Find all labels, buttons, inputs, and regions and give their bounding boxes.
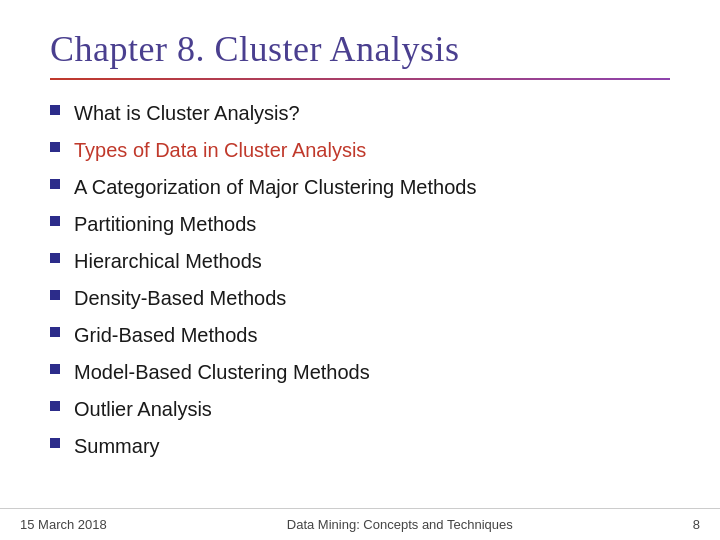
bullet-item: Summary <box>50 433 670 460</box>
bullet-item: Model-Based Clustering Methods <box>50 359 670 386</box>
bullet-item: Partitioning Methods <box>50 211 670 238</box>
footer-title: Data Mining: Concepts and Techniques <box>287 517 513 532</box>
bullet-text: Types of Data in Cluster Analysis <box>74 137 366 164</box>
bullet-text: Summary <box>74 433 160 460</box>
title-divider <box>50 78 670 80</box>
bullet-item: Density-Based Methods <box>50 285 670 312</box>
slide-footer: 15 March 2018 Data Mining: Concepts and … <box>0 508 720 540</box>
bullet-item: Outlier Analysis <box>50 396 670 423</box>
bullet-icon <box>50 216 60 226</box>
bullet-text: Model-Based Clustering Methods <box>74 359 370 386</box>
bullet-item: Types of Data in Cluster Analysis <box>50 137 670 164</box>
bullet-item: Grid-Based Methods <box>50 322 670 349</box>
footer-page: 8 <box>693 517 700 532</box>
bullet-icon <box>50 105 60 115</box>
bullet-text: A Categorization of Major Clustering Met… <box>74 174 476 201</box>
bullet-icon <box>50 438 60 448</box>
bullet-text: Grid-Based Methods <box>74 322 257 349</box>
bullet-icon <box>50 290 60 300</box>
bullet-text: Hierarchical Methods <box>74 248 262 275</box>
footer-date: 15 March 2018 <box>20 517 107 532</box>
slide-title: Chapter 8. Cluster Analysis <box>50 28 670 70</box>
bullet-text: What is Cluster Analysis? <box>74 100 300 127</box>
bullet-icon <box>50 142 60 152</box>
bullet-text: Partitioning Methods <box>74 211 256 238</box>
bullet-text: Outlier Analysis <box>74 396 212 423</box>
content-area: What is Cluster Analysis?Types of Data i… <box>0 96 720 508</box>
slide: Chapter 8. Cluster Analysis What is Clus… <box>0 0 720 540</box>
bullet-icon <box>50 364 60 374</box>
bullet-icon <box>50 327 60 337</box>
bullet-text: Density-Based Methods <box>74 285 286 312</box>
bullet-icon <box>50 253 60 263</box>
title-area: Chapter 8. Cluster Analysis <box>0 0 720 78</box>
bullet-item: A Categorization of Major Clustering Met… <box>50 174 670 201</box>
bullet-icon <box>50 401 60 411</box>
bullet-icon <box>50 179 60 189</box>
bullet-item: Hierarchical Methods <box>50 248 670 275</box>
bullet-item: What is Cluster Analysis? <box>50 100 670 127</box>
